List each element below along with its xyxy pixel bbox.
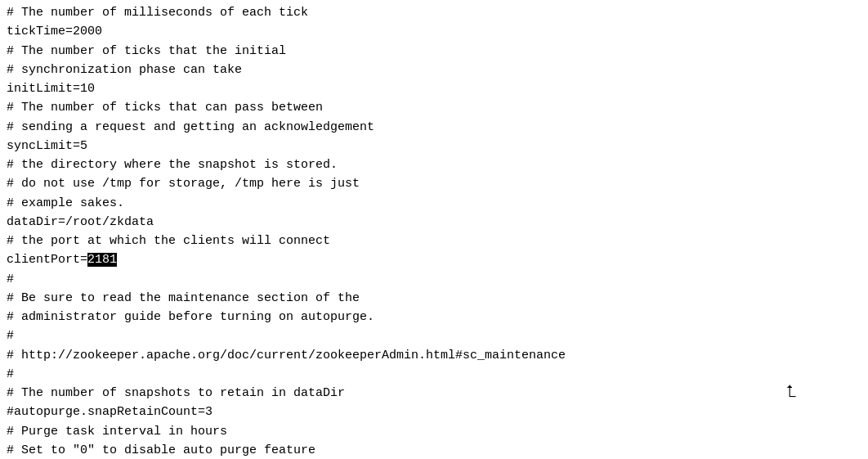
code-line-1: # The number of milliseconds of each tic…	[7, 3, 861, 22]
code-line-13: # the port at which the clients will con…	[7, 232, 861, 250]
code-line-6: # The number of ticks that can pass betw…	[7, 98, 861, 117]
editor-container: # The number of milliseconds of each tic…	[0, 0, 868, 459]
cursor-icon: ⮤	[785, 380, 799, 403]
code-line-8: syncLimit=5	[7, 137, 861, 155]
code-line-2: tickTime=2000	[7, 22, 861, 41]
code-line-23: # Purge task interval in hours	[7, 422, 861, 441]
code-line-19: # http://zookeeper.apache.org/doc/curren…	[7, 346, 861, 365]
code-line-15: #	[7, 270, 861, 289]
code-line-9: # the directory where the snapshot is st…	[7, 155, 861, 174]
code-line-4: # synchronization phase can take	[7, 61, 861, 79]
code-line-11: # example sakes.	[7, 194, 861, 213]
client-port-prefix: clientPort=	[7, 253, 87, 267]
code-line-16: # Be sure to read the maintenance sectio…	[7, 289, 861, 308]
code-line-20: #	[7, 365, 861, 384]
code-line-12: dataDir=/root/zkdata	[7, 213, 861, 232]
code-line-17: # administrator guide before turning on …	[7, 308, 861, 326]
code-line-7: # sending a request and getting an ackno…	[7, 118, 861, 137]
code-line-21: # The number of snapshots to retain in d…	[7, 384, 861, 403]
code-line-10: # do not use /tmp for storage, /tmp here…	[7, 174, 861, 193]
code-line-24: # Set to "0" to disable auto purge featu…	[7, 441, 861, 459]
code-line-14: clientPort=2181	[7, 250, 861, 269]
mouse-cursor: ⮤	[785, 380, 794, 395]
code-line-5: initLimit=10	[7, 79, 861, 98]
code-line-18: #	[7, 326, 861, 345]
code-line-3: # The number of ticks that the initial	[7, 42, 861, 61]
code-line-22: #autopurge.snapRetainCount=3	[7, 403, 861, 421]
client-port-value: 2181	[87, 253, 117, 267]
